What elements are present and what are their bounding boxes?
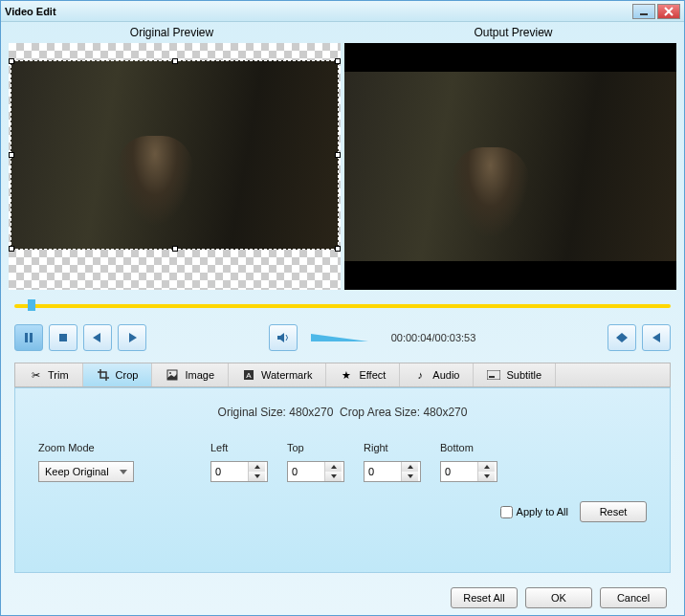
scissors-icon: ✂ bbox=[29, 368, 42, 382]
apply-to-all-wrap[interactable]: Apply to All bbox=[500, 506, 568, 518]
svg-point-5 bbox=[169, 372, 171, 374]
top-input[interactable] bbox=[288, 466, 324, 477]
prev-icon bbox=[651, 332, 662, 343]
mark-out-button[interactable] bbox=[118, 324, 146, 351]
tab-label: Audio bbox=[432, 369, 459, 381]
bottom-input[interactable] bbox=[441, 466, 477, 477]
original-preview[interactable] bbox=[9, 43, 341, 290]
minimize-button[interactable] bbox=[632, 4, 655, 19]
zoom-mode-label: Zoom Mode bbox=[38, 442, 134, 453]
time-display: 00:00:04/00:03:53 bbox=[391, 332, 476, 343]
volume-slider[interactable] bbox=[311, 332, 368, 343]
crop-handle-ne[interactable] bbox=[335, 58, 341, 64]
tab-label: Trim bbox=[48, 369, 69, 381]
pause-icon bbox=[23, 332, 34, 343]
crop-selection-box[interactable] bbox=[11, 60, 339, 250]
crop-handle-s[interactable] bbox=[172, 246, 178, 252]
apply-to-all-label: Apply to All bbox=[517, 506, 568, 517]
tab-label: Watermark bbox=[261, 369, 312, 381]
original-preview-label: Original Preview bbox=[1, 22, 342, 43]
note-icon: ♪ bbox=[413, 368, 427, 382]
tab-trim[interactable]: ✂ Trim bbox=[15, 363, 83, 386]
timeline[interactable] bbox=[14, 297, 671, 315]
minimize-icon bbox=[639, 7, 649, 16]
left-field: Left bbox=[210, 442, 268, 482]
window-title: Video Edit bbox=[5, 6, 630, 17]
right-spinner[interactable] bbox=[364, 461, 421, 482]
cancel-button[interactable]: Cancel bbox=[600, 587, 667, 608]
panel-footer: Apply to All Reset bbox=[38, 501, 647, 522]
right-input[interactable] bbox=[365, 466, 401, 477]
tab-crop[interactable]: Crop bbox=[83, 363, 153, 386]
crop-handle-se[interactable] bbox=[335, 246, 341, 252]
crop-handle-sw[interactable] bbox=[9, 246, 14, 252]
tab-subtitle[interactable]: Subtitle bbox=[474, 363, 556, 386]
volume-track bbox=[311, 334, 368, 341]
subtitle-icon bbox=[487, 368, 500, 382]
crop-handle-w[interactable] bbox=[9, 152, 14, 158]
tab-image[interactable]: Image bbox=[152, 363, 229, 386]
left-input[interactable] bbox=[211, 466, 248, 477]
size-info: Original Size: 480x270 Crop Area Size: 4… bbox=[38, 406, 647, 419]
top-up[interactable] bbox=[325, 462, 342, 472]
tab-effect[interactable]: ★ Effect bbox=[326, 363, 400, 386]
mark-in-icon bbox=[91, 332, 104, 343]
snapshot-button[interactable] bbox=[608, 324, 636, 351]
bottom-label: Bottom bbox=[440, 442, 497, 453]
top-label: Top bbox=[287, 442, 344, 453]
volume-icon bbox=[276, 332, 290, 343]
left-down[interactable] bbox=[249, 472, 265, 481]
zoom-mode-value: Keep Original bbox=[45, 466, 109, 477]
crop-handle-nw[interactable] bbox=[9, 58, 14, 64]
tab-label: Image bbox=[185, 369, 214, 381]
crop-fields: Zoom Mode Keep Original Left Top bbox=[38, 442, 647, 482]
crop-panel: Original Size: 480x270 Crop Area Size: 4… bbox=[14, 387, 671, 573]
bottom-down[interactable] bbox=[478, 472, 495, 481]
zoom-mode-combo[interactable]: Keep Original bbox=[38, 461, 134, 482]
right-field: Right bbox=[364, 442, 421, 482]
close-button[interactable] bbox=[657, 4, 680, 19]
mark-in-button[interactable] bbox=[83, 324, 112, 351]
right-up[interactable] bbox=[402, 462, 418, 472]
output-video-frame bbox=[344, 72, 676, 261]
right-down[interactable] bbox=[402, 472, 418, 481]
ok-button[interactable]: OK bbox=[525, 587, 592, 608]
top-field: Top bbox=[287, 442, 344, 482]
video-content bbox=[451, 147, 530, 238]
left-spinner[interactable] bbox=[210, 461, 268, 482]
star-icon: ★ bbox=[340, 368, 353, 382]
close-icon bbox=[664, 7, 674, 16]
volume-button[interactable] bbox=[269, 324, 298, 351]
reset-all-button[interactable]: Reset All bbox=[451, 587, 518, 608]
playback-controls: 00:00:04/00:03:53 bbox=[1, 319, 684, 357]
stop-button[interactable] bbox=[49, 324, 77, 351]
output-preview bbox=[344, 43, 676, 290]
svg-text:A: A bbox=[246, 371, 252, 380]
dialog-footer: Reset All OK Cancel bbox=[1, 581, 684, 615]
pause-button[interactable] bbox=[14, 324, 43, 351]
top-spinner[interactable] bbox=[287, 461, 344, 482]
left-up[interactable] bbox=[249, 462, 265, 472]
tab-label: Effect bbox=[359, 369, 386, 381]
tab-label: Subtitle bbox=[506, 369, 541, 381]
watermark-icon: A bbox=[242, 368, 255, 382]
svg-rect-2 bbox=[30, 333, 33, 342]
preview-area bbox=[1, 43, 684, 290]
image-icon bbox=[166, 368, 179, 382]
apply-to-all-checkbox[interactable] bbox=[500, 506, 513, 518]
bottom-up[interactable] bbox=[478, 462, 495, 472]
stop-icon bbox=[57, 332, 69, 343]
top-down[interactable] bbox=[325, 472, 342, 481]
crop-handle-n[interactable] bbox=[172, 58, 178, 64]
prev-frame-button[interactable] bbox=[642, 324, 671, 351]
svg-rect-3 bbox=[59, 334, 67, 341]
snapshot-icon bbox=[615, 332, 629, 343]
timeline-playhead[interactable] bbox=[28, 299, 35, 311]
tab-audio[interactable]: ♪ Audio bbox=[400, 363, 474, 386]
bottom-spinner[interactable] bbox=[440, 461, 497, 482]
tab-strip: ✂ Trim Crop Image A Watermark ★ Effect ♪… bbox=[14, 363, 671, 387]
video-edit-window: Video Edit Original Preview Output Previ… bbox=[0, 0, 685, 616]
crop-handle-e[interactable] bbox=[335, 152, 341, 158]
tab-watermark[interactable]: A Watermark bbox=[229, 363, 326, 386]
reset-button[interactable]: Reset bbox=[580, 501, 647, 522]
